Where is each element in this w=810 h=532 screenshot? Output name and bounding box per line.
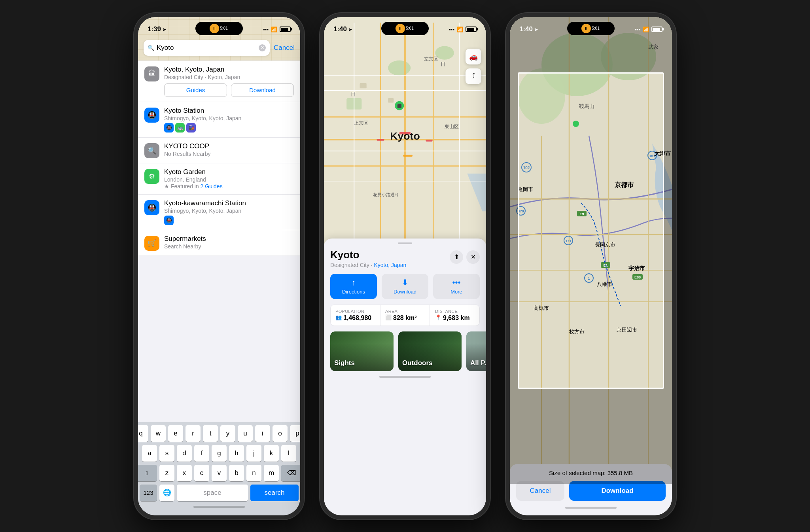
signal-icon-3: ▪▪▪: [635, 27, 640, 32]
home-indicator: [140, 501, 299, 513]
station-icon-2: 🚇: [144, 200, 159, 215]
list-item[interactable]: 🔍 KYOTO COOP No Results Nearby: [138, 138, 300, 163]
key-w[interactable]: w: [151, 425, 166, 442]
car-mode-button[interactable]: 🚗: [466, 49, 481, 64]
key-u[interactable]: u: [238, 425, 253, 442]
map-size-text: Size of selected map: 355.8 MB: [549, 470, 633, 476]
guides-button[interactable]: Guides: [164, 83, 227, 97]
key-j[interactable]: j: [246, 445, 261, 462]
download-icon: ⬇: [402, 278, 409, 287]
more-label: More: [450, 289, 462, 295]
transit-badges-2: 🚇: [164, 216, 294, 225]
distance-value: 9,683 km: [443, 314, 470, 322]
key-a[interactable]: a: [142, 445, 157, 462]
key-r[interactable]: r: [185, 425, 201, 442]
home-indicator-3: [565, 505, 617, 510]
signal-icon: ▪▪▪: [263, 27, 269, 32]
more-button[interactable]: ••• More: [433, 274, 480, 299]
list-item[interactable]: ⚙ Kyoto Garden London, England ★ Feature…: [138, 163, 300, 195]
key-e[interactable]: e: [168, 425, 183, 442]
key-i[interactable]: i: [255, 425, 270, 442]
download-map-button[interactable]: ⬇ Download: [382, 274, 428, 299]
key-y[interactable]: y: [220, 425, 235, 442]
key-q[interactable]: q: [138, 425, 148, 442]
city-link[interactable]: Kyoto, Japan: [374, 262, 407, 268]
keyboard: q w e r t y u i o p a s d f g: [138, 422, 300, 515]
svg-text:上京区: 上京区: [354, 120, 368, 125]
list-item[interactable]: 🚇 Kyoto-kawaramachi Station Shimogyo, Ky…: [138, 195, 300, 230]
key-b[interactable]: b: [229, 465, 244, 481]
stats-row: POPULATION 👥 1,468,980 AREA ⬜ 828 km²: [324, 305, 486, 331]
wifi-icon-2: 📶: [457, 27, 463, 32]
directions-label: Directions: [342, 289, 365, 295]
guides-link[interactable]: 2 Guides: [201, 183, 223, 189]
globe-key[interactable]: 🌐: [159, 485, 174, 501]
result-content: KYOTO COOP No Results Nearby: [164, 142, 294, 157]
key-k[interactable]: k: [264, 445, 279, 462]
pause-icon-3: ⏸: [581, 24, 591, 33]
key-t[interactable]: t: [203, 425, 218, 442]
numbers-key[interactable]: 123: [140, 485, 157, 501]
dynamic-island-phone1: ⏸ 5:01: [195, 22, 243, 35]
station-icon: 🚇: [144, 108, 159, 123]
sights-card[interactable]: Sights: [330, 331, 394, 371]
confirm-download-button[interactable]: Download: [569, 481, 666, 501]
search-button[interactable]: search: [250, 485, 299, 501]
result-content: Kyoto Garden London, England ★ Featured …: [164, 168, 294, 189]
shift-key[interactable]: ⇧: [138, 465, 157, 481]
key-p[interactable]: p: [290, 425, 300, 442]
close-button[interactable]: ✕: [466, 250, 480, 264]
key-o[interactable]: o: [273, 425, 288, 442]
delete-key[interactable]: ⌫: [281, 465, 300, 481]
svg-rect-20: [360, 83, 367, 88]
wifi-icon: 📶: [271, 27, 277, 32]
keyboard-bottom-row: 123 🌐 space search: [140, 485, 299, 501]
result-title: Supermarkets: [164, 235, 294, 243]
transit-badges: 🚇 🚌 🚂: [164, 123, 294, 133]
population-label: POPULATION: [335, 309, 375, 314]
key-l[interactable]: l: [281, 445, 296, 462]
share-button[interactable]: ⬆: [450, 250, 463, 264]
download-button[interactable]: Download: [231, 83, 294, 97]
directions-button[interactable]: ↑ Directions: [330, 274, 377, 299]
battery-icon-3: [651, 27, 662, 32]
search-input[interactable]: Kyoto: [157, 44, 256, 52]
allplaces-card[interactable]: All P...: [466, 331, 486, 371]
key-g[interactable]: g: [212, 445, 227, 462]
search-bar[interactable]: 🔍 Kyoto ✕: [144, 40, 270, 56]
outdoors-card[interactable]: Outdoors: [398, 331, 462, 371]
key-m[interactable]: m: [264, 465, 279, 481]
location-arrow-icon: ➤: [162, 27, 167, 32]
key-h[interactable]: h: [229, 445, 244, 462]
space-key[interactable]: space: [177, 485, 248, 501]
svg-text:武家: 武家: [648, 44, 659, 50]
featured-text: ★ Featured in 2 Guides: [164, 183, 294, 189]
clear-button[interactable]: ✕: [259, 44, 266, 51]
status-icons-phone3: ▪▪▪ 📶: [635, 27, 662, 32]
more-icon: •••: [452, 278, 460, 287]
kyoto-map: Kyoto 左京区 上京区 東山区 花見小路通り ⬛ ⛩ ⛩ 🚗 ⤴: [324, 17, 486, 262]
key-f[interactable]: f: [194, 445, 209, 462]
key-c[interactable]: c: [194, 465, 209, 481]
svg-text:⛩: ⛩: [440, 61, 446, 67]
list-item[interactable]: 🛒 Supermarkets Search Nearby: [138, 230, 300, 256]
cancel-download-button[interactable]: Cancel: [516, 481, 564, 501]
cancel-button[interactable]: Cancel: [274, 44, 295, 52]
key-x[interactable]: x: [177, 465, 192, 481]
key-z[interactable]: z: [159, 465, 174, 481]
download-map-bg: 102 478 E9 171 E1 1 E88 161: [510, 17, 672, 484]
compass-button[interactable]: ⤴: [466, 68, 481, 84]
list-item[interactable]: 🚇 Kyoto Station Shimogyo, Kyoto, Kyoto, …: [138, 102, 300, 138]
pause-icon-2: ⏸: [396, 24, 405, 33]
svg-text:⛩: ⛩: [350, 91, 356, 97]
result-subtitle: No Results Nearby: [164, 151, 294, 157]
list-item[interactable]: 🏛 Kyoto, Kyoto, Japan Designated City · …: [138, 61, 300, 102]
key-n[interactable]: n: [246, 465, 261, 481]
transit-badge-3: 🚂: [186, 123, 196, 133]
result-title: Kyoto, Kyoto, Japan: [164, 66, 294, 74]
key-v[interactable]: v: [212, 465, 227, 481]
result-title: Kyoto-kawaramachi Station: [164, 199, 294, 207]
population-icon: 👥: [335, 314, 342, 320]
key-s[interactable]: s: [159, 445, 174, 462]
key-d[interactable]: d: [177, 445, 192, 462]
